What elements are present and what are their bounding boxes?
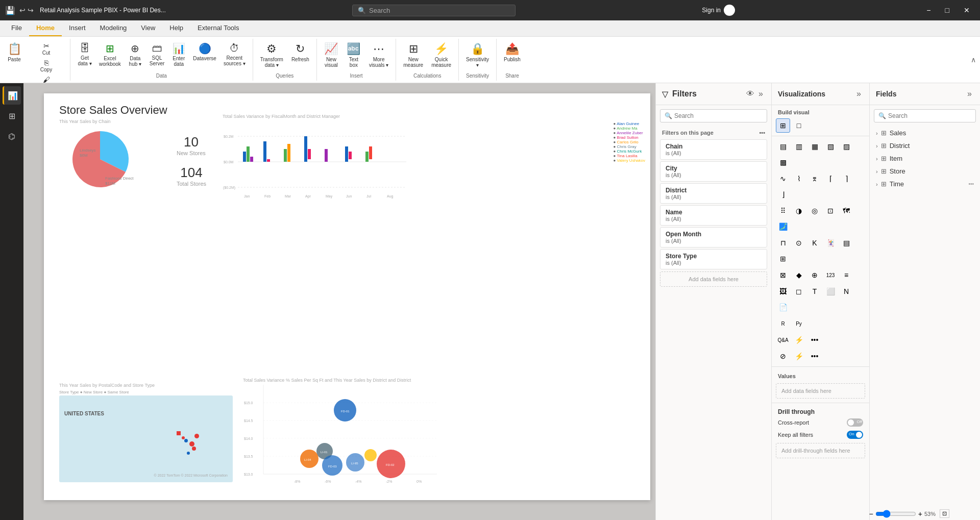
bar-chart-container[interactable]: Total Sales Variance by FiscalMonth and … — [223, 114, 645, 216]
redo-icon[interactable]: ↪ — [28, 6, 34, 14]
tab-external-tools[interactable]: External Tools — [190, 20, 246, 36]
keep-filters-toggle[interactable]: On — [847, 431, 863, 439]
excel-workbook-button[interactable]: ⊞ Excelworkbook — [96, 41, 124, 71]
text-box-button[interactable]: 🔤 Textbox — [344, 41, 364, 71]
publish-button[interactable]: 📤 Publish — [501, 41, 524, 71]
sql-server-button[interactable]: 🗃 SQLServer — [146, 41, 167, 71]
dataverse-button[interactable]: 🔵 Dataverse — [190, 41, 219, 71]
viz-data-field-options[interactable]: ••• — [807, 349, 822, 363]
filter-item-city[interactable]: City is (All) — [660, 161, 767, 182]
viz-format[interactable]: ⊘ — [776, 349, 790, 363]
filter-item-name[interactable]: Name is (All) — [660, 205, 767, 226]
zoom-in-button[interactable]: + — [918, 510, 922, 518]
viz-table-new[interactable]: ⊞ — [776, 252, 790, 266]
more-visuals-button[interactable]: ⋯ Morevisuals ▾ — [366, 41, 391, 71]
data-hub-button[interactable]: ⊕ Datahub ▾ — [125, 41, 145, 71]
viz-type-table[interactable]: ⊞ — [776, 118, 790, 133]
nav-data-icon[interactable]: ⊞ — [3, 107, 21, 125]
filter-item-district[interactable]: District is (All) — [660, 183, 767, 204]
filters-collapse-button[interactable]: » — [756, 88, 765, 100]
viz-clustered-col[interactable]: ▨ — [839, 139, 853, 154]
viz-line[interactable]: ∿ — [776, 171, 790, 186]
viz-qa[interactable]: Q&A — [776, 333, 790, 347]
viz-python[interactable]: Py — [792, 316, 806, 331]
ribbon-collapse[interactable]: ∧ — [971, 39, 980, 81]
viz-filled-map[interactable]: 🗾 — [776, 219, 790, 234]
field-item-time[interactable]: › ⊞ Time ••• — [870, 178, 980, 190]
viz-donut[interactable]: ◎ — [807, 204, 822, 218]
field-item-item[interactable]: › ⊞ Item — [870, 152, 980, 165]
viz-r-visual[interactable]: R — [776, 316, 790, 331]
viz-decomp[interactable]: ⊕ — [807, 268, 822, 282]
fields-search-box[interactable]: 🔍 — [874, 109, 976, 122]
filters-more-icon[interactable]: ••• — [759, 130, 765, 136]
viz-gauge[interactable]: ⊙ — [792, 236, 806, 250]
viz-type-card[interactable]: □ — [792, 118, 806, 133]
field-item-sales[interactable]: › ⊞ Sales — [870, 127, 980, 139]
viz-stacked-bar[interactable]: ▤ — [776, 139, 790, 154]
save-icon[interactable]: 💾 — [5, 6, 15, 15]
paste-button[interactable]: 📋 Paste — [4, 41, 24, 76]
viz-shape[interactable]: ◻ — [792, 284, 806, 299]
viz-paginated[interactable]: 📄 — [776, 300, 790, 314]
filters-search-box[interactable]: 🔍 — [660, 109, 767, 122]
nav-model-icon[interactable]: ⌬ — [3, 127, 21, 145]
field-item-store[interactable]: › ⊞ Store — [870, 165, 980, 178]
get-data-button[interactable]: 🗄 Getdata ▾ — [75, 41, 95, 71]
enter-data-button[interactable]: 📊 Enterdata — [168, 41, 189, 71]
fields-search-input[interactable] — [888, 112, 971, 119]
sensitivity-button[interactable]: 🔒 Sensitivity▾ — [463, 41, 492, 71]
filter-item-store-type[interactable]: Store Type is (All) — [660, 249, 767, 269]
viz-button[interactable]: ⬜ — [823, 284, 838, 299]
viz-funnel[interactable]: ⊓ — [776, 236, 790, 250]
filters-search-input[interactable] — [674, 112, 763, 119]
viz-100pct-bar[interactable]: ▦ — [807, 139, 822, 154]
filter-item-chain[interactable]: Chain is (All) — [660, 139, 767, 160]
zoom-slider[interactable] — [875, 510, 916, 518]
fields-expand-button[interactable]: » — [965, 88, 974, 100]
viz-azure-map[interactable]: ◆ — [792, 268, 806, 282]
viz-slicer[interactable]: ≡ — [839, 268, 853, 282]
viz-smart-narrative[interactable]: N — [839, 284, 853, 299]
bubble-chart-container[interactable]: Total Sales Variance % Sales Per Sq Ft a… — [243, 378, 645, 490]
viz-stacked-col[interactable]: ▧ — [823, 139, 838, 154]
viz-image[interactable]: 🖼 — [776, 284, 790, 299]
tab-modeling[interactable]: Modeling — [93, 20, 134, 36]
tab-help[interactable]: Help — [162, 20, 190, 36]
viz-123[interactable]: 123 — [823, 268, 838, 282]
viz-stacked-area[interactable]: ⌆ — [807, 171, 822, 186]
viz-card-new[interactable]: 🃏 — [823, 236, 838, 250]
tab-insert[interactable]: Insert — [62, 20, 93, 36]
field-item-district[interactable]: › ⊞ District — [870, 139, 980, 152]
viz-pie[interactable]: ◑ — [792, 204, 806, 218]
global-search[interactable]: 🔍 Search — [352, 5, 516, 16]
cut-button[interactable]: ✂ Cut — [27, 41, 66, 57]
maximize-button[interactable]: □ — [940, 4, 954, 16]
tab-view[interactable]: View — [134, 20, 162, 36]
viz-scatter[interactable]: ⠿ — [776, 204, 790, 218]
copy-button[interactable]: ⎘ Copy — [27, 58, 66, 73]
viz-waterfall[interactable]: ⌋ — [776, 187, 790, 202]
cross-report-toggle[interactable]: Off — [847, 418, 863, 427]
viz-matrix[interactable]: ⊠ — [776, 268, 790, 282]
viz-anomaly[interactable]: ⚡ — [792, 333, 806, 347]
filter-item-open-month[interactable]: Open Month is (All) — [660, 227, 767, 247]
signin-label[interactable]: Sign in — [702, 7, 721, 14]
nav-report-icon[interactable]: 📊 — [3, 86, 21, 105]
viz-text-box[interactable]: T — [807, 284, 822, 299]
recent-sources-button[interactable]: ⏱ Recentsources ▾ — [220, 41, 249, 71]
fit-page-button[interactable]: ⊡ — [940, 509, 949, 518]
filters-eye-button[interactable]: 👁 — [744, 88, 756, 100]
transform-data-button[interactable]: ⚙ Transformdata ▾ — [257, 41, 286, 71]
refresh-button[interactable]: ↻ Refresh — [288, 41, 312, 71]
user-avatar[interactable] — [724, 5, 735, 16]
new-visual-button[interactable]: 📈 Newvisual — [321, 41, 341, 71]
minimize-button[interactable]: − — [921, 4, 936, 16]
viz-100pct-col[interactable]: ▩ — [776, 155, 790, 169]
tab-home[interactable]: Home — [29, 20, 62, 36]
viz-area[interactable]: ⌇ — [792, 171, 806, 186]
viz-analytics[interactable]: ⚡ — [792, 349, 806, 363]
viz-ribbon[interactable]: ⌉ — [839, 171, 853, 186]
viz-more[interactable]: ••• — [807, 333, 822, 347]
zoom-out-button[interactable]: − — [869, 510, 873, 518]
